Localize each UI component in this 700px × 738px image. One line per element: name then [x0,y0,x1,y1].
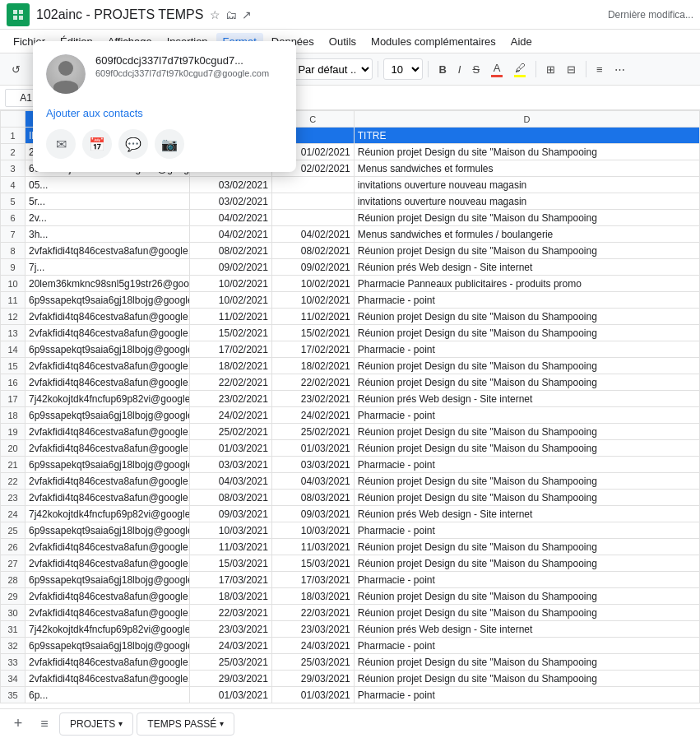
cell-C17[interactable]: 23/02/2021 [271,391,354,407]
cell-A33[interactable]: 2vfakfidi4tq846cestva8afun@google.com [25,654,190,671]
cell-B25[interactable]: 10/03/2021 [190,522,272,539]
cell-B10[interactable]: 10/02/2021 [190,276,272,292]
cell-D8[interactable]: Réunion projet Design du site "Maison du… [354,243,699,259]
cell-D3[interactable]: Menus sandwiches et formules [354,160,699,177]
format-select[interactable]: Par défaut ... [290,58,373,80]
borders-button[interactable]: ⊞ [541,60,560,79]
cell-A19[interactable]: 2vfakfidi4tq846cestva8afun@google.com [25,424,190,440]
cell-D24[interactable]: Réunion prés Web design - Site internet [354,506,699,522]
cell-B28[interactable]: 17/03/2021 [190,572,272,588]
cell-D15[interactable]: Réunion projet Design du site "Maison du… [354,358,699,374]
cell-A6[interactable]: 2v... [25,210,190,226]
cell-B30[interactable]: 22/03/2021 [190,605,272,621]
cell-A21[interactable]: 6p9ssapekqt9saia6gj18lbojg@google.com [25,457,190,473]
cell-D31[interactable]: Réunion prés Web design - Site internet [354,621,699,638]
cell-C33[interactable]: 25/03/2021 [271,654,354,671]
fill-color-button[interactable]: 🖊 [509,58,531,81]
cell-A11[interactable]: 6p9ssapekqt9saia6gj18lbojg@google.com [25,292,190,309]
cell-C28[interactable]: 17/03/2021 [271,572,354,588]
cell-D19[interactable]: Réunion projet Design du site "Maison du… [354,424,699,440]
cell-D5[interactable]: invitations ouverture nouveau magasin [354,193,699,210]
cell-A22[interactable]: 2vfakfidi4tq846cestva8afun@google.com [25,473,190,490]
menu-aide[interactable]: Aide [504,33,539,50]
cell-D30[interactable]: Réunion projet Design du site "Maison du… [354,605,699,621]
cell-C14[interactable]: 17/02/2021 [271,341,354,358]
menu-modules[interactable]: Modules complémentaires [364,33,503,50]
cell-A4[interactable]: 05... [25,177,190,193]
cell-A31[interactable]: 7j42kokojtdk4fncfup69p82vi@google.com [25,621,190,638]
cell-B22[interactable]: 04/03/2021 [190,473,272,490]
cell-C23[interactable]: 08/03/2021 [271,490,354,506]
cell-B27[interactable]: 15/03/2021 [190,555,272,572]
video-action-button[interactable]: 📷 [155,129,184,159]
cell-A17[interactable]: 7j42kokojtdk4fncfup69p82vi@google.com [25,391,190,407]
cell-C12[interactable]: 11/02/2021 [271,309,354,325]
align-button[interactable]: ≡ [591,60,608,79]
cell-A15[interactable]: 2vfakfidi4tq846cestva8afun@google.com [25,358,190,374]
cell-B24[interactable]: 09/03/2021 [190,506,272,522]
cell-B12[interactable]: 11/02/2021 [190,309,272,325]
add-to-contacts-link[interactable]: Ajouter aux contacts [46,104,283,123]
cell-B18[interactable]: 24/02/2021 [190,407,272,424]
cell-A29[interactable]: 2vfakfidi4tq846cestva8afun@google.com [25,588,190,605]
cell-A10[interactable]: 20lem36kmknc98snl5g19str26@google.com [25,276,190,292]
cell-D16[interactable]: Réunion projet Design du site "Maison du… [354,374,699,391]
cell-B17[interactable]: 23/02/2021 [190,391,272,407]
cell-C15[interactable]: 18/02/2021 [271,358,354,374]
cell-B33[interactable]: 25/03/2021 [190,654,272,671]
cell-A7[interactable]: 3h... [25,226,190,243]
col-header-D[interactable]: D [354,111,699,128]
cell-A32[interactable]: 6p9ssapekqt9saia6gj18lbojg@google.com [25,638,190,654]
cell-A20[interactable]: 2vfakfidi4tq846cestva8afun@google.com [25,440,190,457]
text-color-button[interactable]: A [486,58,508,81]
cell-C8[interactable]: 08/02/2021 [271,243,354,259]
cell-D2[interactable]: Réunion projet Design du site "Maison du… [354,144,699,160]
cell-A26[interactable]: 2vfakfidi4tq846cestva8afun@google.com [25,539,190,555]
tab-temps-passe[interactable]: TEMPS PASSÉ ▾ [137,712,234,736]
cell-B23[interactable]: 08/03/2021 [190,490,272,506]
bold-button[interactable]: B [433,60,451,79]
cell-D10[interactable]: Pharmacie Panneaux publicitaires - produ… [354,276,699,292]
cell-C20[interactable]: 01/03/2021 [271,440,354,457]
cell-B32[interactable]: 24/03/2021 [190,638,272,654]
cell-A28[interactable]: 6p9ssapekqt9saia6gj18lbojg@google.com [25,572,190,588]
cell-C26[interactable]: 11/03/2021 [271,539,354,555]
cell-D11[interactable]: Pharmacie - point [354,292,699,309]
cell-C13[interactable]: 15/02/2021 [271,325,354,341]
cell-C6[interactable] [271,210,354,226]
cell-D25[interactable]: Pharmacie - point [354,522,699,539]
cell-C4[interactable] [271,177,354,193]
cell-C21[interactable]: 03/03/2021 [271,457,354,473]
star-icon[interactable]: ☆ [210,8,220,21]
share-icon[interactable]: ↗ [242,8,252,21]
cell-D12[interactable]: Réunion projet Design du site "Maison du… [354,309,699,325]
cell-C16[interactable]: 22/02/2021 [271,374,354,391]
cell-D23[interactable]: Réunion projet Design du site "Maison du… [354,490,699,506]
cell-B20[interactable]: 01/03/2021 [190,440,272,457]
menu-outils[interactable]: Outils [322,33,363,50]
cell-C35[interactable]: 01/03/2021 [271,687,354,703]
cell-A5[interactable]: 5r... [25,193,190,210]
cell-D13[interactable]: Réunion projet Design du site "Maison du… [354,325,699,341]
cell-D1[interactable]: TITRE [354,128,699,144]
italic-button[interactable]: I [453,60,466,79]
list-sheets-button[interactable]: ≡ [33,712,56,736]
cell-B11[interactable]: 10/02/2021 [190,292,272,309]
cell-B29[interactable]: 18/03/2021 [190,588,272,605]
cell-B13[interactable]: 15/02/2021 [190,325,272,341]
cell-D21[interactable]: Pharmacie - point [354,457,699,473]
cell-C30[interactable]: 22/03/2021 [271,605,354,621]
cell-D33[interactable]: Réunion projet Design du site "Maison du… [354,654,699,671]
cell-D18[interactable]: Pharmacie - point [354,407,699,424]
cell-B7[interactable]: 04/02/2021 [190,226,272,243]
cell-B21[interactable]: 03/03/2021 [190,457,272,473]
cell-D22[interactable]: Réunion projet Design du site "Maison du… [354,473,699,490]
cell-C22[interactable]: 04/03/2021 [271,473,354,490]
cell-B14[interactable]: 17/02/2021 [190,341,272,358]
cell-D9[interactable]: Réunion prés Web design - Site internet [354,259,699,276]
cell-A30[interactable]: 2vfakfidi4tq846cestva8afun@google.com [25,605,190,621]
cell-B5[interactable]: 03/02/2021 [190,193,272,210]
chat-action-button[interactable]: 💬 [118,129,148,159]
cell-A23[interactable]: 2vfakfidi4tq846cestva8afun@google.com [25,490,190,506]
cell-D20[interactable]: Réunion projet Design du site "Maison du… [354,440,699,457]
